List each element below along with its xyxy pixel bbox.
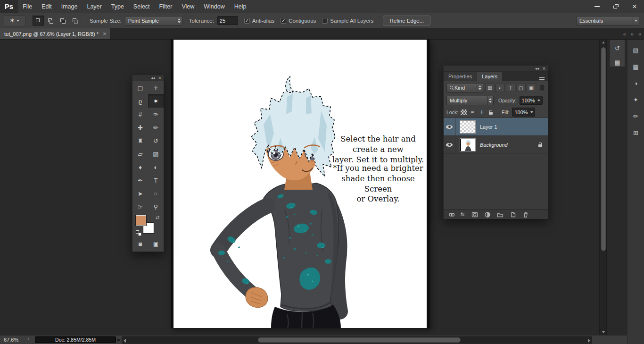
swap-colors-icon[interactable]: ⇄ bbox=[156, 215, 159, 220]
lock-all-button[interactable] bbox=[487, 109, 494, 116]
tool-hand[interactable]: ☞ bbox=[132, 200, 148, 213]
panel-button-clone-source[interactable]: ⊞ bbox=[630, 126, 642, 139]
menu-file[interactable]: File bbox=[18, 0, 37, 13]
tool-brush[interactable]: ✏ bbox=[148, 121, 164, 134]
tool-move[interactable]: ✛ bbox=[148, 81, 164, 94]
tool-eraser[interactable]: ▱ bbox=[132, 147, 148, 160]
zoom-level-field[interactable]: 67.6% bbox=[4, 337, 18, 343]
tab-properties[interactable]: Properties bbox=[444, 72, 477, 81]
panel-button-brush-panel[interactable]: ✏ bbox=[630, 110, 642, 122]
layer-name[interactable]: Layer 1 bbox=[480, 124, 497, 130]
vertical-scrollbar-thumb[interactable] bbox=[601, 47, 606, 251]
panel-button-adjustments[interactable]: ◑ bbox=[630, 77, 642, 89]
default-colors-icon[interactable] bbox=[136, 230, 139, 234]
panel-close-icon[interactable]: × bbox=[158, 76, 161, 81]
tool-pen[interactable]: ✒ bbox=[132, 174, 148, 187]
lock-position-button[interactable]: ✛ bbox=[478, 109, 485, 116]
tool-spot-healing-brush[interactable]: ✚ bbox=[132, 121, 148, 134]
screen-mode-button[interactable]: ▣ bbox=[148, 238, 164, 250]
tool-clone-stamp[interactable]: ♜ bbox=[132, 134, 148, 147]
restore-button[interactable] bbox=[606, 0, 625, 13]
menu-window[interactable]: Window bbox=[199, 0, 229, 13]
intersect-selection-button[interactable] bbox=[69, 16, 81, 26]
minimize-button[interactable] bbox=[587, 0, 606, 13]
document-tab[interactable]: tut_007.png @ 67.6% (Layer 1, RGB/8) * × bbox=[0, 28, 111, 39]
tool-history-brush[interactable]: ↺ bbox=[148, 134, 164, 147]
menu-select[interactable]: Select bbox=[129, 0, 155, 13]
panel-button-color[interactable]: ▧ bbox=[630, 44, 642, 56]
foreground-color-swatch[interactable] bbox=[136, 215, 146, 226]
tool-magic-wand[interactable]: ✶ bbox=[148, 94, 164, 108]
horizontal-scrollbar-thumb[interactable] bbox=[258, 337, 461, 343]
new-layer-button[interactable] bbox=[509, 211, 517, 218]
quick-mask-button[interactable]: ◙ bbox=[132, 238, 148, 250]
visibility-toggle[interactable] bbox=[444, 136, 455, 153]
panel-collapse-icon[interactable]: ◂◂ bbox=[151, 76, 155, 80]
menu-filter[interactable]: Filter bbox=[155, 0, 177, 13]
link-layers-button[interactable] bbox=[448, 211, 455, 218]
dock-collapse-icon[interactable]: « bbox=[638, 31, 641, 37]
visibility-toggle[interactable] bbox=[444, 118, 455, 135]
tool-rectangular-marquee[interactable]: ▢ bbox=[132, 81, 148, 94]
panel-close-icon[interactable]: × bbox=[543, 66, 545, 71]
sample-all-layers-checkbox-group[interactable]: Sample All Layers bbox=[322, 18, 373, 24]
tool-ellipse[interactable]: ○ bbox=[148, 187, 164, 200]
layer-style-button[interactable]: fx. bbox=[461, 212, 466, 217]
tool-path-selection[interactable]: ➤ bbox=[132, 187, 148, 200]
layer-row-layer-1[interactable]: Layer 1 bbox=[444, 118, 548, 136]
new-selection-button[interactable] bbox=[33, 16, 44, 26]
add-to-selection-button[interactable] bbox=[45, 16, 56, 26]
panel-button-history[interactable]: ↺ bbox=[611, 42, 624, 54]
scroll-down-icon[interactable] bbox=[602, 331, 605, 333]
new-group-button[interactable] bbox=[496, 211, 504, 218]
tool-zoom[interactable]: ⚲ bbox=[148, 200, 164, 213]
close-button[interactable]: ✕ bbox=[625, 0, 644, 13]
tab-scroll-left-icon[interactable]: « bbox=[623, 31, 626, 37]
tool-lasso[interactable]: ϱ bbox=[132, 94, 148, 108]
panel-button-styles[interactable]: ✦ bbox=[630, 93, 642, 106]
panel-button-swatches[interactable]: ▦ bbox=[630, 60, 642, 73]
filter-type-layers-button[interactable]: T bbox=[506, 84, 515, 92]
tab-scroll-right-icon[interactable]: » bbox=[631, 31, 634, 37]
panel-collapse-icon[interactable]: ◂◂ bbox=[535, 66, 539, 71]
scroll-right-icon[interactable] bbox=[588, 339, 590, 343]
add-layer-mask-button[interactable] bbox=[471, 211, 479, 218]
tolerance-input[interactable]: 25 bbox=[217, 16, 238, 25]
menu-image[interactable]: Image bbox=[57, 0, 83, 13]
refine-edge-button[interactable]: Refine Edge... bbox=[383, 16, 430, 25]
subtract-from-selection-button[interactable] bbox=[57, 16, 68, 26]
fill-input[interactable]: 100% bbox=[512, 108, 535, 117]
tab-layers[interactable]: Layers bbox=[477, 72, 502, 81]
lock-pixels-button[interactable]: ✏ bbox=[469, 109, 476, 116]
tool-horizontal-type[interactable]: T bbox=[148, 174, 164, 187]
tool-eyedropper[interactable]: ✑ bbox=[148, 108, 164, 121]
sample-all-layers-checkbox[interactable] bbox=[322, 18, 328, 24]
vertical-scrollbar[interactable] bbox=[599, 40, 607, 335]
layer-row-background[interactable]: Background bbox=[444, 136, 548, 154]
scroll-up-icon[interactable] bbox=[602, 42, 605, 43]
sample-size-dropdown[interactable]: Point Sample bbox=[125, 16, 182, 25]
adjustment-layer-button[interactable] bbox=[484, 211, 491, 218]
anti-alias-checkbox-group[interactable]: ✓ Anti-alias bbox=[244, 18, 274, 24]
menu-layer[interactable]: Layer bbox=[82, 0, 106, 13]
menu-help[interactable]: Help bbox=[230, 0, 251, 13]
canvas-area[interactable]: Select the hair and create a new layer. … bbox=[171, 40, 429, 328]
menu-edit[interactable]: Edit bbox=[37, 0, 57, 13]
tool-gradient[interactable]: ▨ bbox=[148, 147, 164, 160]
tab-close-icon[interactable]: × bbox=[103, 31, 106, 37]
panel-button-navigator[interactable]: ▤ bbox=[611, 56, 624, 68]
layer-name[interactable]: Background bbox=[480, 142, 508, 148]
workspace-dropdown[interactable]: Essentials bbox=[576, 16, 639, 25]
filter-pixel-layers-button[interactable]: ▦ bbox=[485, 84, 495, 92]
filter-adjustment-layers-button[interactable]: ◐ bbox=[495, 84, 505, 92]
lock-transparency-button[interactable] bbox=[460, 109, 467, 116]
tool-crop[interactable]: # bbox=[132, 108, 148, 121]
tool-blur[interactable]: ♦ bbox=[132, 160, 148, 174]
tool-dodge[interactable]: ◐ bbox=[148, 160, 164, 174]
scroll-left-icon[interactable] bbox=[124, 339, 126, 343]
filter-toggle-switch[interactable] bbox=[540, 84, 545, 91]
panel-menu-icon[interactable] bbox=[539, 77, 545, 81]
contiguous-checkbox[interactable]: ✓ bbox=[281, 18, 286, 24]
opacity-input[interactable]: 100% bbox=[520, 96, 543, 105]
menu-type[interactable]: Type bbox=[107, 0, 129, 13]
